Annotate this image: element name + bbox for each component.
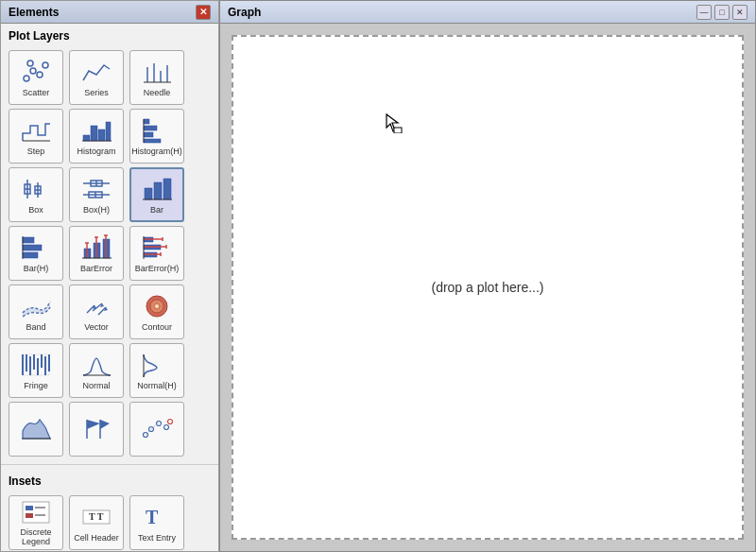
panel-title: Elements	[9, 6, 59, 19]
bar-error-h-icon	[140, 233, 174, 263]
svg-marker-84	[87, 420, 100, 429]
histogram-h-label: Histogram(H)	[131, 147, 182, 157]
cell-header-button[interactable]: T T Cell Header	[69, 495, 124, 550]
flag-button[interactable]	[69, 402, 124, 457]
area-icon	[19, 413, 53, 443]
drop-hint-text: (drop a plot here...)	[431, 280, 543, 295]
histogram-icon	[79, 115, 113, 146]
svg-line-61	[87, 305, 94, 313]
discrete-legend-label: Discrete Legend	[11, 528, 60, 547]
normal-h-label: Normal(H)	[137, 382, 177, 391]
svg-point-0	[24, 76, 29, 81]
fringe-label: Fringe	[24, 382, 48, 391]
text-entry-icon: T	[140, 502, 174, 532]
band-label: Band	[26, 323, 45, 333]
box-label: Box	[28, 206, 43, 216]
bar-button[interactable]: Bar	[129, 167, 184, 222]
graph-canvas[interactable]: (drop a plot here...)	[232, 35, 744, 540]
svg-point-1	[30, 68, 36, 74]
svg-rect-109	[394, 128, 402, 133]
box-h-button[interactable]: Box(H)	[69, 167, 124, 222]
discrete-legend-button[interactable]: Discrete Legend	[9, 495, 63, 550]
bar-h-button[interactable]: Bar(H)	[9, 226, 63, 281]
scatter-icon	[19, 57, 53, 87]
step-label: Step	[27, 147, 45, 157]
series-button[interactable]: Series	[69, 50, 124, 105]
area-button[interactable]	[9, 402, 63, 457]
graph-window: Graph — □ ✕ (drop a plot here...)	[219, 0, 756, 552]
cell-header-label: Cell Header	[74, 534, 119, 543]
flag-icon	[79, 413, 113, 443]
svg-line-63	[98, 307, 106, 315]
series-icon	[79, 57, 113, 87]
svg-text:T T: T T	[89, 511, 104, 522]
maximize-button[interactable]: □	[714, 5, 730, 20]
contour-button[interactable]: Contour	[129, 285, 184, 339]
step-button[interactable]: Step	[9, 109, 63, 164]
panel-close-button[interactable]: ✕	[196, 5, 211, 20]
contour-icon	[140, 291, 174, 321]
normal-icon	[79, 350, 113, 380]
svg-rect-18	[144, 132, 153, 137]
svg-rect-38	[23, 245, 42, 250]
panel-content: Plot Layers Scatter	[1, 24, 218, 551]
bar-h-icon	[19, 233, 53, 263]
bar-error-h-button[interactable]: BarError(H)	[129, 226, 184, 281]
histogram-label: Histogram	[77, 147, 115, 157]
svg-rect-33	[145, 188, 152, 199]
needle-icon	[140, 57, 174, 87]
scatter-line-icon	[140, 413, 174, 443]
normal-h-button[interactable]: Normal(H)	[129, 343, 184, 398]
panel-titlebar: Elements ✕	[1, 1, 218, 24]
fringe-button[interactable]: Fringe	[9, 343, 63, 398]
scatter-button[interactable]: Scatter	[9, 50, 63, 105]
graph-title: Graph	[228, 6, 261, 19]
insets-buttons-grid: Discrete Legend T T Cell Header	[9, 495, 211, 551]
cell-header-icon: T T	[79, 502, 113, 532]
vector-button[interactable]: Vector	[69, 285, 124, 339]
insets-header: Insets	[1, 469, 218, 492]
section-divider	[1, 464, 218, 465]
svg-rect-93	[26, 506, 33, 510]
svg-rect-17	[144, 126, 157, 130]
contour-label: Contour	[142, 323, 172, 333]
plot-layers-grid: Scatter Series	[1, 46, 218, 460]
bar-error-h-label: BarError(H)	[135, 265, 180, 274]
cursor-icon	[385, 112, 404, 133]
step-icon	[19, 115, 53, 146]
box-button[interactable]: Box	[9, 167, 63, 222]
bar-h-label: Bar(H)	[24, 265, 49, 274]
bar-error-label: BarError	[80, 265, 112, 274]
svg-text:T: T	[146, 507, 159, 527]
box-h-icon	[79, 174, 113, 204]
svg-rect-14	[106, 122, 111, 141]
svg-point-91	[168, 420, 173, 424]
fringe-icon	[19, 350, 53, 380]
svg-rect-34	[154, 182, 162, 199]
histogram-button[interactable]: Histogram	[69, 109, 124, 164]
svg-rect-12	[91, 126, 97, 141]
bar-error-button[interactable]: BarError	[69, 226, 124, 281]
band-button[interactable]: Band	[9, 285, 63, 339]
histogram-h-button[interactable]: Histogram(H)	[129, 109, 184, 164]
svg-rect-16	[144, 119, 149, 124]
text-entry-label: Text Entry	[138, 534, 176, 543]
normal-button[interactable]: Normal	[69, 343, 124, 398]
scatter-line-button[interactable]	[129, 402, 184, 457]
bar-icon	[140, 174, 174, 204]
normal-label: Normal	[82, 382, 110, 391]
box-icon	[19, 174, 53, 204]
histogram-h-icon	[140, 115, 174, 146]
insets-grid: Discrete Legend T T Cell Header	[1, 492, 218, 551]
elements-panel: Elements ✕ Plot Layers	[0, 0, 219, 552]
normal-h-icon	[140, 350, 174, 380]
close-button[interactable]: ✕	[732, 5, 747, 20]
text-entry-button[interactable]: T Text Entry	[129, 495, 184, 550]
plot-buttons-grid: Scatter Series	[9, 50, 211, 457]
needle-button[interactable]: Needle	[129, 50, 184, 105]
band-icon	[19, 291, 53, 321]
vector-label: Vector	[84, 323, 109, 333]
discrete-legend-icon	[19, 498, 53, 526]
minimize-button[interactable]: —	[696, 5, 712, 20]
svg-point-3	[43, 62, 48, 68]
